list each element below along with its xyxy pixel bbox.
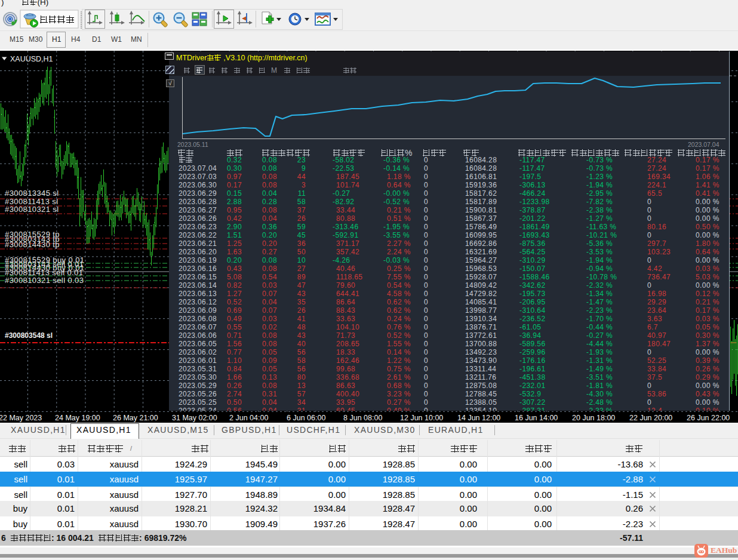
svg-text:#300810321 sl: #300810321 sl <box>5 205 59 214</box>
svg-text:XAUUSD,H1: XAUUSD,H1 <box>10 55 53 63</box>
svg-text:#300813345 sl: #300813345 sl <box>5 189 59 198</box>
svg-text:#300814430 tp: #300814430 tp <box>5 240 60 249</box>
svg-text:#300810321 sell 0.03: #300810321 sell 0.03 <box>5 276 84 285</box>
svg-text:#300803548 sl: #300803548 sl <box>5 331 53 340</box>
